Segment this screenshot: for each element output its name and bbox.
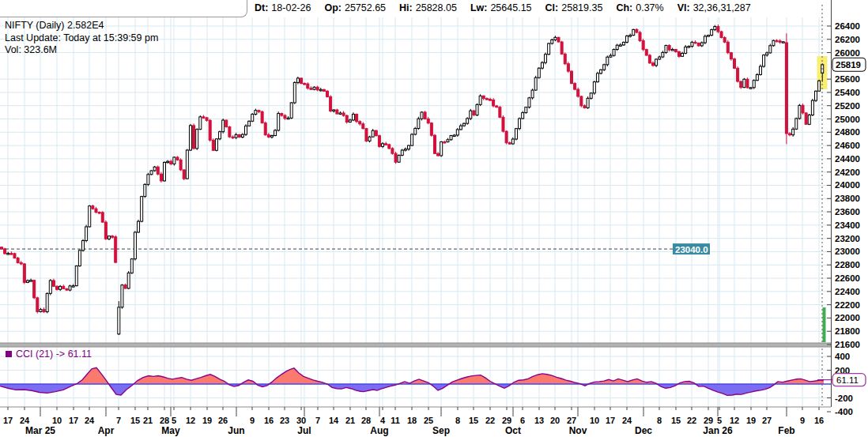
- svg-text:24: 24: [20, 416, 30, 425]
- svg-text:Jun: Jun: [228, 425, 244, 436]
- svg-text:22400: 22400: [835, 287, 860, 296]
- svg-text:18: 18: [407, 416, 417, 425]
- svg-text:27: 27: [567, 416, 576, 425]
- ohlc-field-value: 25819.35: [561, 2, 602, 13]
- gridlines: [0, 17, 831, 407]
- ohlc-field-value: 0.37%: [636, 2, 663, 13]
- svg-text:Dec: Dec: [635, 425, 652, 436]
- svg-text:26000: 26000: [835, 48, 860, 58]
- svg-text:28: 28: [160, 416, 169, 425]
- svg-text:6: 6: [520, 416, 525, 425]
- svg-text:16: 16: [264, 416, 274, 425]
- svg-text:11: 11: [391, 416, 400, 425]
- time-axis[interactable]: 1724101724715212851219269162330714212841…: [3, 407, 824, 436]
- svg-text:10: 10: [590, 416, 599, 425]
- svg-text:23000: 23000: [835, 247, 860, 256]
- svg-text:22600: 22600: [835, 273, 860, 283]
- svg-text:5: 5: [172, 416, 176, 425]
- volume-bar: [823, 307, 826, 342]
- svg-text:400: 400: [835, 352, 850, 361]
- svg-text:22000: 22000: [835, 313, 860, 322]
- svg-text:10: 10: [52, 416, 62, 425]
- ohlc-field-label: Dt:: [255, 2, 268, 13]
- svg-text:25400: 25400: [835, 88, 860, 97]
- ohlc-field: Hi:25828.05: [399, 2, 457, 13]
- ohlc-field-value: 32,36,31,287: [693, 2, 751, 13]
- svg-text:25000: 25000: [835, 115, 860, 124]
- svg-text:21800: 21800: [835, 326, 860, 336]
- svg-text:24600: 24600: [835, 141, 860, 150]
- ohlc-field: Op:25752.65: [324, 2, 386, 13]
- level-price-label[interactable]: 23040.0: [673, 243, 710, 254]
- svg-text:Aug: Aug: [370, 425, 388, 436]
- last-price-label: 25819: [832, 58, 866, 71]
- svg-text:21: 21: [345, 416, 355, 425]
- svg-text:8: 8: [455, 416, 460, 425]
- svg-text:Sep: Sep: [432, 425, 450, 436]
- svg-text:25200: 25200: [835, 101, 860, 111]
- svg-text:61.11: 61.11: [836, 375, 859, 385]
- ohlc-field-label: Vl:: [677, 2, 690, 13]
- svg-text:Mar 25: Mar 25: [25, 425, 55, 436]
- svg-text:24: 24: [85, 416, 95, 425]
- volume-text: Vol: 323.6M: [5, 44, 158, 57]
- svg-text:9: 9: [250, 416, 255, 425]
- svg-text:22: 22: [687, 416, 696, 425]
- ohlc-field: Cl:25819.35: [545, 2, 603, 13]
- pane-separator[interactable]: [0, 343, 831, 347]
- cci-indicator-pane[interactable]: [0, 367, 831, 395]
- svg-text:14: 14: [329, 416, 339, 425]
- svg-text:22200: 22200: [835, 300, 860, 310]
- ohlc-field-value: 25645.15: [490, 2, 531, 13]
- svg-text:-200: -200: [835, 394, 853, 403]
- svg-text:24: 24: [622, 416, 632, 425]
- svg-text:23600: 23600: [835, 207, 860, 217]
- ohlc-field-value: 25752.65: [345, 2, 386, 13]
- svg-text:26400: 26400: [835, 21, 860, 31]
- svg-text:24400: 24400: [835, 154, 860, 164]
- svg-text:27: 27: [762, 416, 772, 425]
- candlestick-chart[interactable]: 23040.0264002620026000256002540025200250…: [0, 0, 868, 437]
- svg-text:22: 22: [485, 416, 495, 425]
- svg-text:19: 19: [746, 416, 756, 425]
- svg-text:26: 26: [218, 416, 228, 425]
- svg-text:17: 17: [69, 416, 78, 425]
- ohlc-field: Vl:32,36,31,287: [677, 2, 751, 13]
- svg-text:16: 16: [814, 416, 824, 425]
- ohlc-field-label: Lw:: [470, 2, 488, 13]
- svg-text:15: 15: [130, 416, 140, 425]
- svg-text:Feb: Feb: [778, 425, 794, 436]
- cci-legend-swatch-icon: [6, 351, 12, 357]
- ohlc-field: Lw:25645.15: [470, 2, 532, 13]
- svg-text:Jan 26: Jan 26: [703, 425, 733, 436]
- svg-text:23400: 23400: [835, 220, 860, 230]
- svg-text:23: 23: [280, 416, 289, 425]
- svg-text:-400: -400: [835, 407, 853, 416]
- charting-app-window: 23040.0264002620026000256002540025200250…: [0, 0, 868, 437]
- ohlc-field-value: 25828.05: [416, 2, 457, 13]
- ohlc-field-label: Op:: [324, 2, 342, 13]
- svg-text:20: 20: [550, 416, 560, 425]
- svg-text:9: 9: [800, 416, 805, 425]
- svg-text:19: 19: [202, 416, 212, 425]
- svg-text:23200: 23200: [835, 234, 860, 243]
- svg-text:12: 12: [186, 416, 195, 425]
- svg-text:25600: 25600: [835, 74, 860, 84]
- cci-legend-label: CCI (21) -> 61.11: [16, 348, 92, 360]
- svg-text:21: 21: [143, 416, 153, 425]
- ohlc-field-label: Ch:: [616, 2, 632, 13]
- svg-text:Apr: Apr: [98, 425, 115, 436]
- top-toolbar-box[interactable]: [0, 0, 247, 17]
- svg-text:17: 17: [606, 416, 615, 425]
- svg-text:29: 29: [704, 416, 713, 425]
- svg-text:15: 15: [469, 416, 478, 425]
- svg-text:4: 4: [380, 416, 386, 425]
- svg-text:21600: 21600: [835, 340, 860, 349]
- svg-text:22800: 22800: [835, 260, 860, 269]
- svg-text:7: 7: [116, 416, 121, 425]
- svg-text:28: 28: [361, 416, 371, 425]
- symbol-info: NIFTY (Daily) 2.582E4 Last Update: Today…: [5, 20, 158, 57]
- svg-text:25: 25: [424, 416, 433, 425]
- ohlc-bar: Dt:18-02-26Op:25752.65Hi:25828.05Lw:2564…: [255, 2, 751, 13]
- svg-text:26200: 26200: [835, 35, 860, 44]
